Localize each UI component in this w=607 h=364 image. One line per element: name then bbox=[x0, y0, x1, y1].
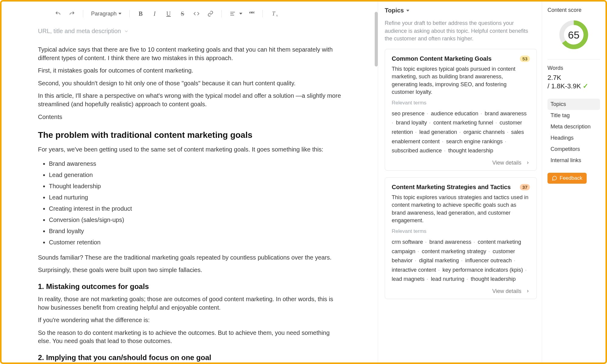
topics-header-label: Topics bbox=[385, 7, 404, 14]
chevron-right-icon bbox=[526, 161, 530, 165]
score-nav-item[interactable]: Title tag bbox=[547, 110, 600, 121]
feedback-button[interactable]: Feedback bbox=[547, 173, 587, 184]
view-details-label: View details bbox=[492, 288, 521, 294]
topics-intro: Refine your draft to better address the … bbox=[385, 19, 537, 43]
term: subscribed audience bbox=[392, 148, 447, 154]
underline-icon[interactable]: U bbox=[164, 9, 173, 19]
undo-icon[interactable] bbox=[53, 9, 63, 19]
check-icon: ✓ bbox=[583, 82, 588, 90]
chat-icon bbox=[552, 175, 557, 181]
body-paragraph: First, it mistakes goals for outcomes of… bbox=[38, 66, 341, 75]
body-paragraph: Second, you shouldn't design to hit only… bbox=[38, 79, 341, 88]
align-icon[interactable] bbox=[228, 9, 237, 19]
relevant-terms-label: Relevant terms bbox=[392, 100, 530, 106]
term: key performance indicators (kpis) bbox=[442, 267, 528, 273]
topic-title: Content Marketing Strategies and Tactics bbox=[392, 184, 511, 191]
topic-terms: crm software brand awareness content mar… bbox=[392, 237, 530, 284]
body-paragraph: If you're wondering what the difference … bbox=[38, 316, 341, 325]
term: content marketing strategy bbox=[422, 248, 491, 254]
term: search engine rankings bbox=[446, 138, 507, 145]
topic-card: Content Marketing Strategies and Tactics… bbox=[385, 177, 537, 299]
chevron-down-icon bbox=[118, 13, 121, 15]
heading-3: 2. Implying that you can/should focus on… bbox=[38, 353, 341, 362]
heading-2: The problem with traditional content mar… bbox=[38, 130, 341, 140]
strikethrough-icon[interactable]: S bbox=[178, 9, 187, 19]
code-icon[interactable] bbox=[192, 9, 201, 19]
chevron-down-icon bbox=[239, 13, 242, 15]
view-details-label: View details bbox=[492, 160, 521, 166]
bold-icon[interactable]: B bbox=[136, 9, 145, 19]
topic-description: This topic explores typical goals pursue… bbox=[392, 65, 530, 96]
clear-format-icon[interactable]: Tx bbox=[269, 9, 278, 19]
bullet-list: Brand awarenessLead generationThought le… bbox=[38, 158, 341, 248]
term: lead generation bbox=[419, 129, 462, 135]
term: thought leadership bbox=[448, 148, 495, 154]
topic-score-badge: 53 bbox=[520, 56, 530, 62]
relevant-terms-label: Relevant terms bbox=[392, 228, 530, 234]
italic-icon[interactable]: I bbox=[150, 9, 159, 19]
paragraph-style-dropdown[interactable]: Paragraph bbox=[89, 9, 123, 18]
divider bbox=[547, 59, 600, 60]
view-details-link[interactable]: View details bbox=[392, 160, 530, 166]
words-range-text: / 1.8K-3.9K bbox=[547, 82, 581, 90]
term: brand loyalty bbox=[396, 120, 432, 126]
body-paragraph: Surprisingly, these goals were built upo… bbox=[38, 266, 341, 274]
term: thought leadership bbox=[471, 276, 517, 282]
words-value: 2.7K bbox=[547, 74, 600, 82]
list-item: Creating interest in the product bbox=[49, 203, 341, 214]
chevron-right-icon bbox=[526, 289, 530, 293]
list-item: Thought leadership bbox=[49, 181, 341, 192]
toolbar-separator bbox=[83, 10, 83, 17]
topics-panel: Topics Refine your draft to better addre… bbox=[378, 2, 542, 362]
url-meta-toggle[interactable]: URL, title and meta description bbox=[38, 28, 341, 35]
list-item: Brand awareness bbox=[49, 158, 341, 169]
topic-card: Common Content Marketing Goals53This top… bbox=[385, 49, 537, 171]
topic-description: This topic explores various strategies a… bbox=[392, 194, 530, 225]
term: influencer outreach bbox=[465, 257, 517, 264]
term: organic channels bbox=[463, 129, 510, 135]
term: interactive content bbox=[392, 267, 441, 273]
body-paragraph: Contents bbox=[38, 113, 341, 121]
quote-icon[interactable]: ““ bbox=[247, 9, 256, 19]
body-paragraph: In this article, I'll share a perspectiv… bbox=[38, 92, 341, 108]
body-paragraph: Sounds familiar? These are the tradition… bbox=[38, 253, 341, 262]
score-nav-item[interactable]: Internal links bbox=[547, 155, 600, 166]
score-donut: 65 bbox=[547, 19, 600, 51]
score-nav-item[interactable]: Topics bbox=[547, 99, 600, 110]
topic-title: Common Content Marketing Goals bbox=[392, 55, 492, 62]
term: crm software bbox=[392, 239, 428, 245]
topic-score-badge: 37 bbox=[520, 184, 530, 190]
chevron-down-icon bbox=[406, 10, 409, 12]
body-paragraph: So the reason to do content marketing is… bbox=[38, 329, 341, 345]
toolbar-separator bbox=[221, 10, 222, 17]
toolbar-separator bbox=[262, 10, 263, 17]
body-paragraph: In reality, those are not marketing goal… bbox=[38, 295, 341, 312]
topic-terms: seo presence audience education brand aw… bbox=[392, 109, 530, 155]
document-body[interactable]: Typical advice says that there are five … bbox=[38, 46, 341, 362]
body-paragraph: Typical advice says that there are five … bbox=[38, 46, 341, 62]
paragraph-style-label: Paragraph bbox=[91, 11, 117, 17]
content-score-label: Content score bbox=[547, 7, 600, 13]
toolbar-separator bbox=[129, 10, 130, 17]
editor-toolbar: Paragraph B I U S ““ Tx bbox=[38, 9, 341, 19]
term: digital marketing bbox=[419, 257, 464, 264]
score-nav-item[interactable]: Competitors bbox=[547, 144, 600, 155]
editor-column: Paragraph B I U S ““ Tx URL, title bbox=[2, 2, 378, 362]
score-nav-item[interactable]: Meta description bbox=[547, 121, 600, 132]
list-item: Brand loyalty bbox=[49, 226, 341, 237]
topics-dropdown[interactable]: Topics bbox=[385, 7, 537, 14]
list-item: Lead nurturing bbox=[49, 192, 341, 203]
link-icon[interactable] bbox=[206, 9, 215, 19]
heading-3: 1. Mistaking outcomes for goals bbox=[38, 282, 341, 291]
words-label: Words bbox=[547, 65, 600, 71]
view-details-link[interactable]: View details bbox=[392, 288, 530, 294]
term: lead magnets bbox=[392, 276, 429, 282]
score-value: 65 bbox=[568, 29, 580, 41]
redo-icon[interactable] bbox=[67, 9, 77, 19]
scrollbar-thumb[interactable] bbox=[375, 12, 378, 66]
list-item: Conversion (sales/sign-ups) bbox=[49, 214, 341, 226]
score-nav-item[interactable]: Headings bbox=[547, 132, 600, 144]
term: lead nurturing bbox=[431, 276, 469, 282]
term: content marketing funnel bbox=[433, 120, 498, 126]
term: seo presence bbox=[392, 111, 429, 117]
